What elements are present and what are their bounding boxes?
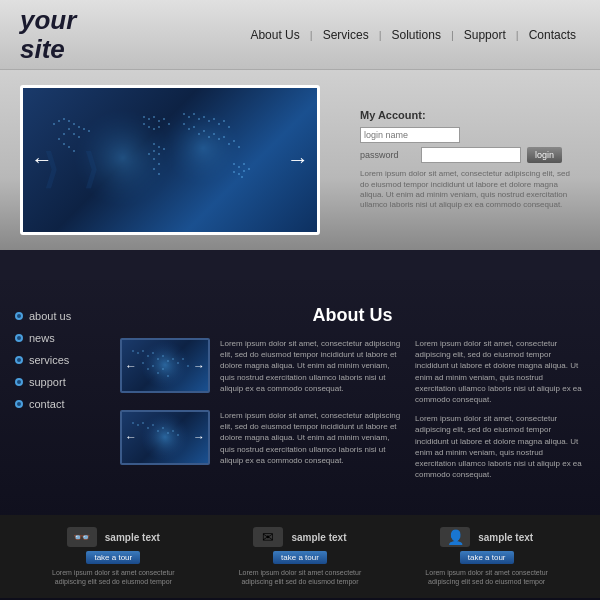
dark-section: about us news services support contact A… <box>0 250 600 600</box>
svg-rect-29 <box>158 146 160 148</box>
logo: your site <box>20 6 76 63</box>
svg-rect-14 <box>58 138 60 140</box>
svg-rect-78 <box>167 360 169 362</box>
svg-rect-24 <box>143 123 145 125</box>
svg-rect-53 <box>208 136 210 138</box>
svg-text:⟩: ⟩ <box>83 147 99 191</box>
svg-rect-79 <box>172 358 174 360</box>
bullet-contact <box>15 400 23 408</box>
thumb-1: ← → <box>120 338 210 393</box>
footer-icon-top-2: 👤 sample text <box>440 527 533 547</box>
thumb2-next[interactable]: → <box>193 430 205 444</box>
svg-rect-85 <box>152 365 154 367</box>
login-name-input[interactable] <box>360 127 460 143</box>
nav-contacts[interactable]: Contacts <box>525 26 580 44</box>
svg-rect-10 <box>68 128 70 130</box>
top-nav: About Us | Services | Solutions | Suppor… <box>246 26 580 44</box>
svg-rect-38 <box>183 113 185 115</box>
svg-rect-8 <box>83 128 85 130</box>
svg-rect-81 <box>182 358 184 360</box>
footer-icon-2: 👤 <box>440 527 470 547</box>
svg-rect-3 <box>58 120 60 122</box>
sidebar-label-news: news <box>29 332 55 344</box>
logo-line1: your <box>20 5 76 35</box>
svg-rect-17 <box>73 150 75 152</box>
svg-rect-40 <box>193 113 195 115</box>
sidebar-item-about[interactable]: about us <box>15 310 95 322</box>
svg-rect-76 <box>157 358 159 360</box>
svg-rect-11 <box>73 133 75 135</box>
nav-solutions[interactable]: Solutions <box>388 26 445 44</box>
svg-rect-47 <box>228 126 230 128</box>
thumb1-prev[interactable]: ← <box>125 359 137 373</box>
nav-support[interactable]: Support <box>460 26 510 44</box>
thumb2-prev[interactable]: ← <box>125 430 137 444</box>
password-input[interactable] <box>421 147 521 163</box>
nav-sep-1: | <box>310 29 313 41</box>
account-panel: My Account: password login Lorem ipsum d… <box>360 109 580 211</box>
footer-block-1: ✉ sample text take a tour Lorem ipsum do… <box>225 527 375 586</box>
svg-rect-71 <box>132 350 134 352</box>
bullet-about <box>15 312 23 320</box>
sidebar-item-services[interactable]: services <box>15 354 95 366</box>
svg-rect-60 <box>233 163 235 165</box>
section-title: About Us <box>120 305 585 326</box>
svg-rect-2 <box>53 123 55 125</box>
sidebar: about us news services support contact <box>0 290 110 505</box>
svg-rect-66 <box>233 171 235 173</box>
sidebar-label-services: services <box>29 354 69 366</box>
svg-rect-98 <box>172 430 174 432</box>
svg-rect-4 <box>63 118 65 120</box>
svg-rect-7 <box>78 126 80 128</box>
svg-rect-28 <box>153 143 155 145</box>
footer-icon-0: 👓 <box>67 527 97 547</box>
footer-block-2: 👤 sample text take a tour Lorem ipsum do… <box>412 527 562 586</box>
slider-next[interactable]: → <box>287 147 309 173</box>
svg-rect-33 <box>148 153 150 155</box>
thumb1-next[interactable]: → <box>193 359 205 373</box>
svg-rect-67 <box>241 176 243 178</box>
footer-text-0: Lorem ipsum dolor sit amet consectetur a… <box>38 568 188 586</box>
svg-point-70 <box>140 340 190 390</box>
svg-rect-88 <box>167 375 169 377</box>
svg-rect-86 <box>157 372 159 374</box>
svg-rect-95 <box>157 430 159 432</box>
svg-rect-92 <box>142 422 144 424</box>
sidebar-item-contact[interactable]: contact <box>15 398 95 410</box>
svg-rect-82 <box>187 365 189 367</box>
footer-btn-1[interactable]: take a tour <box>273 551 327 564</box>
svg-rect-58 <box>233 140 235 142</box>
wave-divider <box>0 250 600 280</box>
footer-icons-section: 👓 sample text take a tour Lorem ipsum do… <box>0 515 600 598</box>
content-text-1: Lorem ipsum dolor sit amet, consectetur … <box>220 338 405 394</box>
sidebar-item-news[interactable]: news <box>15 332 95 344</box>
login-button[interactable]: login <box>527 147 562 163</box>
footer-btn-0[interactable]: take a tour <box>86 551 140 564</box>
svg-rect-74 <box>147 355 149 357</box>
svg-rect-87 <box>162 368 164 370</box>
svg-rect-27 <box>158 126 160 128</box>
svg-rect-36 <box>153 168 155 170</box>
footer-btn-2[interactable]: take a tour <box>460 551 514 564</box>
slider-prev[interactable]: ← <box>31 147 53 173</box>
sidebar-label-contact: contact <box>29 398 64 410</box>
svg-rect-52 <box>203 130 205 132</box>
svg-rect-59 <box>238 146 240 148</box>
footer-label-1: sample text <box>291 532 346 543</box>
svg-rect-48 <box>183 123 185 125</box>
svg-rect-32 <box>163 148 165 150</box>
svg-rect-16 <box>68 146 70 148</box>
svg-rect-6 <box>73 123 75 125</box>
thumb-2: ← → <box>120 410 210 465</box>
svg-rect-18 <box>143 116 145 118</box>
svg-rect-61 <box>238 166 240 168</box>
svg-rect-50 <box>193 126 195 128</box>
nav-about[interactable]: About Us <box>246 26 303 44</box>
sidebar-item-support[interactable]: support <box>15 376 95 388</box>
nav-services[interactable]: Services <box>319 26 373 44</box>
password-row: password login <box>360 147 580 163</box>
svg-rect-94 <box>152 424 154 426</box>
svg-rect-12 <box>78 136 80 138</box>
footer-icon-top-1: ✉ sample text <box>253 527 346 547</box>
header: your site About Us | Services | Solution… <box>0 0 600 70</box>
